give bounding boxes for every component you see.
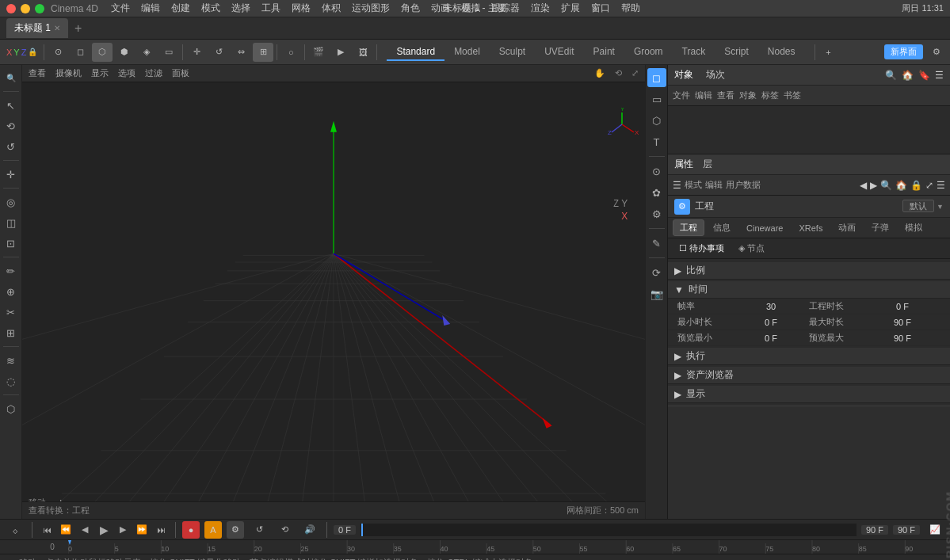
tl-mute[interactable]: 🔊 (299, 520, 320, 539)
timeline-current-frame[interactable]: 0 F (334, 525, 356, 535)
menu-create[interactable]: 创建 (171, 2, 190, 15)
viewport-reset-icon[interactable]: ⟲ (615, 68, 622, 78)
maximize-button[interactable] (35, 4, 44, 13)
tab-close-icon[interactable]: ✕ (54, 24, 60, 32)
left-select-tool[interactable]: 🔍 (2, 68, 21, 87)
mode-script[interactable]: Script (715, 44, 758, 61)
toolbar-point-btn[interactable]: ◈ (136, 43, 157, 62)
mode-standard[interactable]: Standard (387, 44, 444, 61)
right-gear[interactable]: ⚙ (647, 204, 666, 223)
section-color-header[interactable]: ▶ 色彩管理 (668, 405, 950, 407)
menu-edit[interactable]: 编辑 (141, 2, 160, 15)
toolbar-render-btn[interactable]: ▶ (330, 43, 351, 62)
section-display-header[interactable]: ▶ 显示 (668, 386, 950, 403)
left-smooth[interactable]: ≋ (2, 351, 21, 370)
dropdown-arrow-icon[interactable]: ▼ (937, 203, 944, 211)
attr-tab-properties[interactable]: 属性 (674, 158, 693, 171)
tl-next-key[interactable]: ⏩ (134, 522, 150, 538)
timeline-key-icon[interactable]: ⬦ (5, 520, 25, 539)
toolbar-edge-btn[interactable]: ⬢ (114, 43, 135, 62)
toolbar-coords-btn[interactable]: X Y Z 🔒 (3, 43, 40, 62)
search-icon[interactable]: 🔍 (885, 70, 897, 81)
section-execute-header[interactable]: ▶ 执行 (668, 348, 950, 365)
viewport-menu-panel[interactable]: 面板 (172, 67, 189, 79)
attr-tab-project[interactable]: 工程 (673, 219, 704, 236)
obj-menu-object[interactable]: 对象 (739, 90, 757, 101)
value-previewmax[interactable]: 90 F (864, 333, 940, 343)
attr-subtab-todo[interactable]: ☐ 待办事项 (673, 241, 731, 256)
menu-character[interactable]: 角色 (401, 2, 420, 15)
right-camera[interactable]: 📷 (647, 284, 666, 303)
close-button[interactable] (6, 4, 16, 13)
toolbar-render-view[interactable]: 🖼 (353, 43, 373, 62)
section-time-header[interactable]: ▼ 时间 (668, 281, 950, 299)
section-asset-header[interactable]: ▶ 资产浏览器 (668, 367, 950, 384)
viewport-menu-view[interactable]: 查看 (29, 67, 46, 79)
obj-menu-bookmark[interactable]: 书签 (784, 90, 801, 101)
toolbar-move-btn[interactable]: ✛ (186, 43, 207, 62)
tl-next-frame[interactable]: ▶ (115, 522, 131, 538)
tab-scene[interactable]: 场次 (706, 68, 725, 82)
menu-file[interactable]: 文件 (111, 2, 130, 15)
right-deformer[interactable]: ⟳ (647, 263, 666, 282)
left-bridge[interactable]: ⊞ (2, 323, 21, 342)
toolbar-snap-btn[interactable]: ⊙ (48, 43, 68, 62)
toolbar-obj-btn[interactable]: ◻ (70, 43, 90, 62)
menu-icon[interactable]: ☰ (935, 70, 944, 81)
attr-tab-bullet[interactable]: 子弹 (864, 219, 896, 236)
menu-mode[interactable]: 模式 (201, 2, 220, 15)
viewport-expand-icon[interactable]: ⤢ (631, 68, 639, 78)
viewport-menu-display[interactable]: 显示 (91, 67, 109, 79)
attr-menu2[interactable]: ☰ (937, 180, 945, 191)
menu-tools[interactable]: 工具 (261, 2, 280, 15)
toolbar-transform-btn[interactable]: ⊞ (253, 43, 273, 62)
toolbar-scale-btn[interactable]: ⇔ (231, 43, 251, 62)
menu-render[interactable]: 渲染 (531, 2, 550, 15)
attr-tab-layer[interactable]: 层 (703, 158, 712, 171)
value-minlen[interactable]: 0 F (733, 318, 809, 327)
attr-tab-animate[interactable]: 动画 (831, 219, 863, 236)
viewport-menu-filter[interactable]: 过滤 (145, 67, 162, 79)
attr-tab-xrefs[interactable]: XRefs (792, 221, 830, 235)
right-text-icon[interactable]: T (647, 132, 666, 151)
left-scale-tool[interactable]: ⟲ (2, 116, 21, 135)
left-place[interactable]: ⬡ (2, 399, 21, 418)
attr-menu-icon[interactable]: ☰ (673, 180, 681, 191)
attr-tab-simulate[interactable]: 模拟 (898, 219, 929, 236)
timeline-end-frame2[interactable]: 90 F (893, 525, 920, 535)
mode-groom[interactable]: Groom (624, 44, 673, 61)
attr-mode[interactable]: 模式 (685, 179, 702, 191)
right-obj-icon[interactable]: ◻ (647, 68, 666, 87)
tl-play[interactable]: ▶ (96, 522, 112, 538)
mode-nodes[interactable]: Nodes (758, 44, 805, 61)
right-pen[interactable]: ✎ (647, 234, 666, 253)
attr-subtab-node[interactable]: ◈ 节点 (732, 241, 771, 256)
tab-object[interactable]: 对象 (674, 68, 693, 82)
attr-default-dropdown[interactable]: 默认 ▼ (902, 200, 944, 212)
menu-select[interactable]: 选择 (231, 2, 250, 15)
attr-search[interactable]: 🔍 (880, 180, 892, 191)
tl-curve-icon[interactable]: 📈 (925, 520, 945, 539)
left-paint[interactable]: ✏ (2, 261, 21, 280)
attr-home[interactable]: 🏠 (895, 180, 907, 191)
toolbar-settings-icon[interactable]: ⚙ (926, 43, 947, 62)
right-cube-icon[interactable]: ⬡ (647, 111, 666, 130)
viewport-menu-camera[interactable]: 摄像机 (55, 67, 82, 79)
window-controls[interactable] (6, 4, 44, 13)
attr-edit[interactable]: 编辑 (705, 179, 723, 191)
minimize-button[interactable] (21, 4, 30, 13)
menu-volume[interactable]: 体积 (322, 2, 341, 15)
attr-tab-cineware[interactable]: Cineware (739, 221, 790, 235)
tl-loop[interactable]: ↺ (249, 520, 269, 539)
left-knife[interactable]: ✂ (2, 303, 21, 322)
toolbar-add-tab[interactable]: + (818, 43, 839, 62)
bookmark-icon[interactable]: 🔖 (918, 70, 930, 81)
right-cloner[interactable]: ✿ (647, 183, 666, 202)
toolbar-rotate-btn[interactable]: ↺ (208, 43, 229, 62)
mode-model[interactable]: Model (444, 44, 490, 61)
tl-record[interactable]: ● (182, 521, 200, 539)
obj-menu-view[interactable]: 查看 (717, 90, 734, 101)
left-workplane[interactable]: ⊡ (2, 234, 21, 253)
value-previewmin[interactable]: 0 F (733, 333, 809, 343)
menu-extend[interactable]: 扩展 (561, 2, 580, 15)
